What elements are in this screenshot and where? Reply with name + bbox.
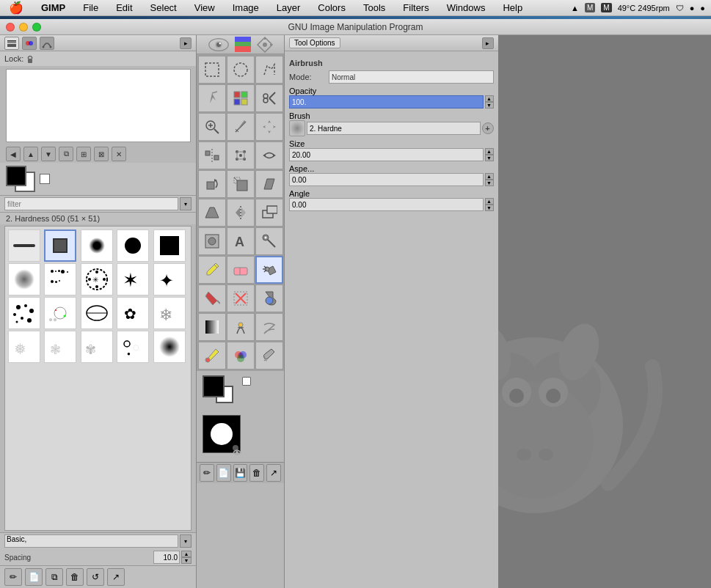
brush-cell-9[interactable]: ✦	[153, 263, 186, 295]
brush-cell-19[interactable]	[153, 331, 186, 363]
filter-dropdown-btn[interactable]: ▾	[180, 197, 192, 210]
new-brush-btn[interactable]: +	[482, 122, 494, 134]
tool-color-select[interactable]	[227, 84, 255, 112]
brush-cell-18[interactable]: ● ◌	[117, 331, 149, 363]
angle-input[interactable]: 0.00	[289, 198, 484, 211]
duplicate-layer-btn[interactable]: ⧉	[45, 568, 63, 586]
aspect-input[interactable]: 0.00	[289, 173, 484, 186]
brush-cell-7[interactable]: ✳	[81, 263, 113, 295]
tool-shear[interactable]	[255, 170, 283, 198]
toolbox-delete-btn[interactable]: 🗑	[249, 464, 264, 482]
tool-measure[interactable]	[227, 113, 255, 141]
mode-dropdown[interactable]: Normal	[329, 70, 494, 84]
brush-cell-11[interactable]: ●●	[44, 297, 76, 329]
layer-nav-forward[interactable]: ▲	[23, 147, 38, 161]
tool-ellipse-select[interactable]	[227, 56, 255, 84]
delete-layer-btn[interactable]: 🗑	[66, 568, 84, 586]
angle-increment[interactable]: ▲	[485, 198, 494, 205]
brush-filter-input[interactable]	[4, 197, 178, 210]
aspect-increment[interactable]: ▲	[485, 173, 494, 180]
tool-color-balance[interactable]	[227, 342, 255, 370]
menu-layer[interactable]: Layer	[274, 2, 304, 13]
menu-edit[interactable]: Edit	[113, 2, 135, 13]
tool-free-select[interactable]	[255, 56, 283, 84]
layers-tab[interactable]	[4, 37, 19, 50]
presets-dropdown-btn[interactable]: ▾	[180, 534, 192, 548]
opacity-increment[interactable]: ▲	[485, 95, 494, 102]
brush-cell-13[interactable]: ✿	[117, 297, 149, 329]
angle-decrement[interactable]: ▼	[485, 205, 494, 211]
tool-scale[interactable]	[227, 170, 255, 198]
brush-cell-10[interactable]	[8, 297, 40, 329]
refresh-btn[interactable]: ↺	[87, 568, 104, 586]
tool-scissors[interactable]	[255, 84, 283, 112]
layer-duplicate[interactable]: ⧉	[59, 147, 73, 161]
tool-warp-transform[interactable]	[227, 142, 255, 169]
tool-zoom[interactable]	[198, 113, 226, 141]
tool-text[interactable]: A	[227, 227, 255, 255]
tool-transform[interactable]	[255, 142, 283, 169]
tool-airbrush[interactable]	[255, 256, 283, 284]
brush-cell-1[interactable]	[44, 229, 76, 262]
tool-smart-erase[interactable]	[227, 284, 255, 312]
brush-cell-16[interactable]: ❃	[44, 331, 76, 363]
brush-cell-12[interactable]	[81, 297, 113, 329]
tool-bucket-fill[interactable]	[255, 284, 283, 312]
size-input[interactable]: 20.00	[289, 148, 484, 161]
brush-cell-5[interactable]	[8, 263, 40, 295]
tool-heal[interactable]	[198, 227, 226, 255]
brush-cell-4[interactable]	[153, 229, 186, 262]
size-increment[interactable]: ▲	[485, 148, 494, 155]
toolbox-new-btn[interactable]: 📄	[216, 464, 231, 482]
menu-tools[interactable]: Tools	[360, 2, 388, 13]
menu-colors[interactable]: Colors	[315, 2, 349, 13]
tool-ink[interactable]	[198, 284, 226, 312]
menu-help[interactable]: Help	[500, 2, 525, 13]
foreground-color-swatch[interactable]	[6, 166, 26, 186]
brush-cell-2[interactable]	[81, 229, 113, 262]
edit-layer-btn[interactable]: ✏	[4, 568, 22, 586]
layer-delete[interactable]: ✕	[112, 147, 126, 161]
size-decrement[interactable]: ▼	[485, 155, 494, 161]
tool-align[interactable]	[198, 142, 226, 169]
brush-cell-0[interactable]	[8, 229, 40, 262]
foreground-color[interactable]	[203, 375, 225, 397]
tool-blend[interactable]	[198, 313, 226, 341]
toolbox-save-btn[interactable]: 💾	[233, 464, 248, 482]
toolbox-export-btn[interactable]: ↗	[266, 464, 281, 482]
opacity-input[interactable]: 100.	[289, 95, 484, 109]
toolbox-edit-btn[interactable]: ✏	[200, 464, 214, 482]
tool-options-tab[interactable]: Tool Options	[289, 37, 340, 48]
layer-nav-back[interactable]: ◀	[6, 147, 21, 161]
tool-cage[interactable]	[255, 199, 283, 227]
minimize-button[interactable]	[19, 23, 28, 32]
tool-paintbrush[interactable]	[255, 342, 283, 370]
layer-add-mask[interactable]: ⊞	[76, 147, 91, 161]
brush-name-display[interactable]: 2. Hardne	[307, 122, 481, 135]
tool-dodge-burn[interactable]	[227, 313, 255, 341]
apple-menu[interactable]: 🍎	[6, 1, 26, 15]
menu-view[interactable]: View	[192, 2, 218, 13]
tool-smudge[interactable]	[255, 313, 283, 341]
tool-clone[interactable]	[255, 227, 283, 255]
menu-gimp[interactable]: GIMP	[38, 2, 68, 13]
layer-group[interactable]: ⊠	[94, 147, 109, 161]
spacing-increment[interactable]: ▲	[181, 551, 192, 557]
tool-perspective[interactable]	[198, 199, 226, 227]
close-button[interactable]	[6, 23, 15, 32]
brush-cell-6[interactable]	[44, 263, 76, 295]
reset-colors-btn[interactable]	[242, 377, 251, 386]
tool-color-picker[interactable]	[198, 342, 226, 370]
aspect-decrement[interactable]: ▼	[485, 180, 494, 186]
paths-tab[interactable]	[40, 37, 54, 50]
layer-nav-down[interactable]: ▼	[41, 147, 56, 161]
tool-move[interactable]	[255, 113, 283, 141]
menu-windows[interactable]: Windows	[444, 2, 489, 13]
tool-pencil[interactable]	[198, 256, 226, 284]
panel-collapse-btn[interactable]: ▸	[180, 37, 192, 49]
brush-cell-17[interactable]: ✾	[81, 331, 113, 363]
canvas-area[interactable]	[498, 35, 712, 588]
brush-cell-8[interactable]: ✶	[117, 263, 149, 295]
menu-image[interactable]: Image	[230, 2, 262, 13]
menu-select[interactable]: Select	[147, 2, 180, 13]
